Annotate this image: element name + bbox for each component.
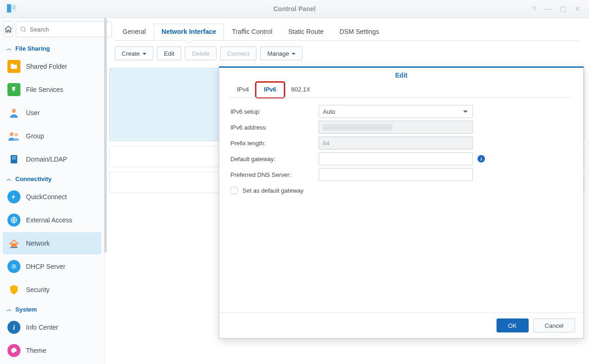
svg-point-9 <box>15 133 18 136</box>
sidebar-item-domain-ldap[interactable]: Domain/LDAP <box>3 148 101 170</box>
close-icon[interactable]: ✕ <box>575 5 581 13</box>
default-gateway-label: Default gateway: <box>230 156 319 162</box>
default-gateway-field[interactable] <box>319 152 473 165</box>
svg-rect-11 <box>12 156 16 157</box>
ipv6-address-field <box>319 121 473 134</box>
svg-point-5 <box>21 26 25 31</box>
title-bar: Control Panel ? — ▢ ✕ <box>0 0 589 18</box>
home-button[interactable] <box>4 21 13 37</box>
svg-point-8 <box>10 132 13 136</box>
sidebar-item-shared-folder[interactable]: Shared Folder <box>3 55 101 78</box>
svg-rect-3 <box>13 7 15 7</box>
ok-button[interactable]: OK <box>497 318 529 332</box>
sidebar: ︿File Sharing Shared Folder File Service… <box>0 18 105 364</box>
svg-line-6 <box>24 30 26 32</box>
search-input[interactable] <box>16 21 112 37</box>
sidebar-item-security[interactable]: Security <box>3 279 101 301</box>
sidebar-item-user[interactable]: User <box>3 102 101 124</box>
edit-button[interactable]: Edit <box>157 46 181 60</box>
ipv6-form: IPv6 setup: Auto IPv6 address: Prefix le… <box>219 98 583 201</box>
create-button[interactable]: Create <box>115 46 153 60</box>
search-icon <box>20 26 27 33</box>
svg-rect-4 <box>13 8 15 9</box>
tab-traffic-control[interactable]: Traffic Control <box>224 24 280 40</box>
sidebar-item-info-center[interactable]: iInfo Center <box>3 316 101 338</box>
svg-rect-14 <box>11 243 17 247</box>
chevron-up-icon: ︿ <box>7 306 12 313</box>
maximize-icon[interactable]: ▢ <box>560 5 566 13</box>
sidebar-item-group[interactable]: Group <box>3 125 101 147</box>
svg-point-16 <box>13 266 15 267</box>
dns-server-field[interactable] <box>319 168 473 181</box>
section-system[interactable]: ︿System <box>0 301 104 316</box>
cancel-button[interactable]: Cancel <box>533 318 575 332</box>
sidebar-item-file-services[interactable]: File Services <box>3 78 101 101</box>
edit-modal: Edit IPv4 IPv6 802.1X IPv6 setup: Auto I… <box>219 66 584 338</box>
manage-button[interactable]: Manage <box>260 46 302 60</box>
modal-tab-8021x[interactable]: 802.1X <box>284 83 318 97</box>
tab-network-interface[interactable]: Network Interface <box>154 24 224 40</box>
modal-tab-ipv6[interactable]: IPv6 <box>256 83 284 97</box>
svg-rect-2 <box>13 6 15 6</box>
delete-button: Delete <box>185 46 216 60</box>
tab-static-route[interactable]: Static Route <box>280 24 331 40</box>
svg-rect-0 <box>7 4 11 13</box>
ipv6-setup-label: IPv6 setup: <box>230 108 319 115</box>
svg-point-7 <box>12 109 16 113</box>
sidebar-item-dhcp-server[interactable]: DHCP Server <box>3 255 101 278</box>
chevron-up-icon: ︿ <box>7 45 12 52</box>
svg-rect-15 <box>10 247 18 248</box>
content-area: General Network Interface Traffic Contro… <box>105 18 589 364</box>
modal-tab-ipv4[interactable]: IPv4 <box>229 83 256 97</box>
sidebar-item-external-access[interactable]: External Access <box>3 209 101 231</box>
toolbar: Create Edit Delete Connect Manage <box>105 41 589 60</box>
search-field[interactable] <box>30 26 108 33</box>
sidebar-item-network[interactable]: Network <box>3 232 101 254</box>
top-tabs: General Network Interface Traffic Contro… <box>105 18 589 40</box>
prefix-length-field: 64 <box>319 136 473 150</box>
sidebar-item-theme[interactable]: Theme <box>3 339 101 362</box>
ipv6-setup-select[interactable]: Auto <box>319 105 473 118</box>
dns-server-label: Preferred DNS Server: <box>230 171 319 178</box>
app-icon <box>7 3 17 14</box>
window-title: Control Panel <box>0 5 589 13</box>
set-default-gateway-checkbox[interactable] <box>230 187 238 194</box>
prefix-length-label: Prefix length: <box>230 140 319 147</box>
tab-general[interactable]: General <box>115 24 154 40</box>
minimize-icon[interactable]: — <box>544 5 551 13</box>
tab-dsm-settings[interactable]: DSM Settings <box>332 24 387 40</box>
section-file-sharing[interactable]: ︿File Sharing <box>0 40 104 55</box>
chevron-up-icon: ︿ <box>7 176 12 182</box>
set-default-gateway-label: Set as default gateway <box>242 187 304 194</box>
info-icon[interactable]: i <box>478 155 485 162</box>
modal-tabs: IPv4 IPv6 802.1X <box>219 82 583 97</box>
section-connectivity[interactable]: ︿Connectivity <box>0 171 104 185</box>
ipv6-address-label: IPv6 address: <box>230 124 319 131</box>
connect-button: Connect <box>220 46 256 60</box>
svg-rect-12 <box>12 158 16 159</box>
help-icon[interactable]: ? <box>532 5 536 13</box>
modal-title: Edit <box>219 68 583 82</box>
sidebar-item-quickconnect[interactable]: QuickConnect <box>3 186 101 208</box>
